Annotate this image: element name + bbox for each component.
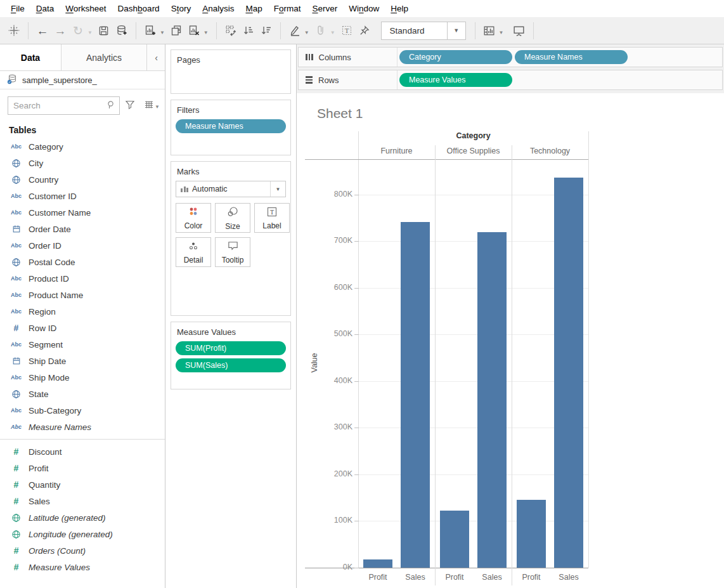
show-hide-cards-caret-icon[interactable]: ▼ bbox=[499, 30, 504, 36]
field-item-dimension[interactable]: Order Date bbox=[0, 221, 165, 237]
highlight-caret-icon[interactable]: ▼ bbox=[304, 30, 309, 36]
group-caret-icon[interactable]: ▼ bbox=[330, 30, 335, 36]
measure-values-card[interactable]: Measure Values SUM(Profit)SUM(Sales) bbox=[171, 322, 291, 389]
pill-category[interactable]: Category bbox=[399, 50, 512, 64]
show-mark-labels-icon[interactable]: T bbox=[338, 21, 356, 40]
presentation-mode-icon[interactable] bbox=[510, 21, 528, 40]
sort-descending-icon[interactable] bbox=[257, 21, 275, 40]
pill-sum-sales-[interactable]: SUM(Sales) bbox=[176, 358, 286, 372]
field-item-dimension[interactable]: Country bbox=[0, 171, 165, 188]
bar-office-supplies-profit[interactable] bbox=[440, 511, 469, 568]
duplicate-sheet-icon[interactable] bbox=[167, 21, 185, 40]
fit-selector-caret-icon[interactable]: ▼ bbox=[447, 22, 465, 39]
filters-card[interactable]: Filters Measure Names bbox=[171, 100, 291, 155]
marks-card[interactable]: Marks Automatic ▼ ColorSizeTLabelDetailT… bbox=[171, 161, 291, 316]
new-worksheet-icon[interactable] bbox=[141, 21, 159, 40]
sheet-title[interactable]: Sheet 1 bbox=[317, 106, 363, 121]
field-item-dimension[interactable]: AbcSub-Category bbox=[0, 402, 165, 419]
field-item-dimension[interactable]: City bbox=[0, 155, 165, 171]
datasource-row[interactable]: sample_superstore_ bbox=[0, 71, 165, 89]
view-options-icon[interactable] bbox=[144, 100, 154, 112]
field-item-dimension[interactable]: AbcOrder ID bbox=[0, 237, 165, 254]
mark-type-caret-icon[interactable]: ▼ bbox=[270, 181, 285, 197]
menu-item-help[interactable]: Help bbox=[385, 4, 414, 13]
replay-caret-icon[interactable]: ▼ bbox=[87, 30, 93, 36]
replay-icon[interactable]: ↻ bbox=[69, 21, 87, 40]
search-box[interactable] bbox=[8, 96, 120, 115]
field-item-measure[interactable]: #Quantity bbox=[0, 476, 165, 493]
detail-button[interactable]: Detail bbox=[176, 237, 211, 267]
field-item-dimension[interactable]: AbcCustomer ID bbox=[0, 188, 165, 204]
collapse-pane-icon[interactable]: ‹ bbox=[147, 44, 165, 70]
field-item-dimension[interactable]: AbcShip Mode bbox=[0, 369, 165, 386]
fix-axes-pin-icon[interactable] bbox=[356, 21, 373, 40]
field-item-dimension[interactable]: Ship Date bbox=[0, 353, 165, 369]
pill-measure-names[interactable]: Measure Names bbox=[176, 119, 286, 133]
menu-item-window[interactable]: Window bbox=[343, 4, 385, 13]
bar-technology-profit[interactable] bbox=[517, 500, 546, 568]
field-item-dimension[interactable]: AbcProduct Name bbox=[0, 287, 165, 303]
new-worksheet-caret-icon[interactable]: ▼ bbox=[160, 30, 165, 36]
pane-tabs: Data Analytics ‹ bbox=[0, 44, 165, 71]
tableau-logo-icon[interactable] bbox=[5, 21, 23, 40]
sort-ascending-icon[interactable] bbox=[240, 21, 257, 40]
field-item-measure[interactable]: Latitude (generated) bbox=[0, 509, 165, 526]
swap-rows-columns-icon[interactable] bbox=[222, 21, 240, 40]
field-item-measure[interactable]: #Orders (Count) bbox=[0, 542, 165, 559]
filter-fields-icon[interactable] bbox=[125, 100, 135, 112]
bar-technology-sales[interactable] bbox=[554, 178, 583, 568]
size-button[interactable]: Size bbox=[215, 203, 250, 233]
field-item-dimension[interactable]: State bbox=[0, 386, 165, 402]
pill-sum-profit-[interactable]: SUM(Profit) bbox=[176, 341, 286, 355]
menu-item-dashboard[interactable]: Dashboard bbox=[112, 4, 165, 13]
field-item-dimension[interactable]: AbcCustomer Name bbox=[0, 204, 165, 221]
field-item-measure[interactable]: #Discount bbox=[0, 443, 165, 460]
field-item-dimension[interactable]: AbcMeasure Names bbox=[0, 419, 165, 435]
menu-item-analysis[interactable]: Analysis bbox=[197, 4, 240, 13]
y-axis-tick bbox=[354, 474, 359, 475]
clear-sheet-caret-icon[interactable]: ▼ bbox=[204, 30, 209, 36]
menu-item-worksheet[interactable]: Worksheet bbox=[60, 4, 112, 13]
fit-selector[interactable]: Standard ▼ bbox=[381, 22, 466, 40]
field-item-dimension[interactable]: AbcSegment bbox=[0, 336, 165, 353]
pill-measure-values[interactable]: Measure Values bbox=[399, 73, 512, 87]
field-item-measure[interactable]: #Measure Values bbox=[0, 559, 165, 575]
menu-item-server[interactable]: Server bbox=[307, 4, 344, 13]
group-members-icon[interactable] bbox=[312, 21, 330, 40]
field-item-dimension[interactable]: AbcRegion bbox=[0, 303, 165, 320]
menu-item-map[interactable]: Map bbox=[240, 4, 268, 13]
clear-sheet-icon[interactable] bbox=[185, 21, 203, 40]
menu-item-file[interactable]: File bbox=[5, 4, 30, 13]
field-item-dimension[interactable]: AbcProduct ID bbox=[0, 270, 165, 287]
color-button[interactable]: Color bbox=[176, 203, 211, 233]
field-item-dimension[interactable]: Postal Code bbox=[0, 254, 165, 270]
menu-item-story[interactable]: Story bbox=[165, 4, 197, 13]
redo-icon[interactable]: → bbox=[51, 21, 69, 40]
label-button[interactable]: TLabel bbox=[254, 203, 290, 233]
tab-data[interactable]: Data bbox=[0, 44, 61, 70]
undo-icon[interactable]: ← bbox=[34, 21, 51, 40]
bar-office-supplies-sales[interactable] bbox=[477, 232, 507, 568]
field-item-measure[interactable]: Longitude (generated) bbox=[0, 526, 165, 542]
bar-furniture-profit[interactable] bbox=[363, 559, 392, 568]
field-item-dimension[interactable]: AbcCategory bbox=[0, 138, 165, 155]
search-input[interactable] bbox=[13, 101, 106, 110]
tooltip-button[interactable]: Tooltip bbox=[215, 237, 250, 267]
menu-item-format[interactable]: Format bbox=[268, 4, 307, 13]
show-hide-cards-icon[interactable] bbox=[481, 21, 498, 40]
field-item-dimension[interactable]: #Row ID bbox=[0, 320, 165, 336]
rows-shelf[interactable]: Rows Measure Values bbox=[298, 70, 723, 90]
field-item-measure[interactable]: #Sales bbox=[0, 493, 165, 509]
save-icon[interactable] bbox=[95, 21, 113, 40]
highlight-icon[interactable] bbox=[286, 21, 304, 40]
columns-shelf[interactable]: Columns CategoryMeasure Names bbox=[298, 47, 723, 67]
menu-item-data[interactable]: Data bbox=[30, 4, 60, 13]
tab-analytics[interactable]: Analytics bbox=[61, 44, 147, 70]
mark-type-selector[interactable]: Automatic ▼ bbox=[176, 181, 286, 197]
pill-measure-names[interactable]: Measure Names bbox=[515, 50, 628, 64]
pages-card[interactable]: Pages bbox=[171, 49, 291, 94]
view-options-caret-icon[interactable]: ▼ bbox=[155, 104, 160, 110]
new-data-source-icon[interactable] bbox=[113, 21, 131, 40]
field-item-measure[interactable]: #Profit bbox=[0, 460, 165, 476]
bar-furniture-sales[interactable] bbox=[401, 222, 430, 568]
